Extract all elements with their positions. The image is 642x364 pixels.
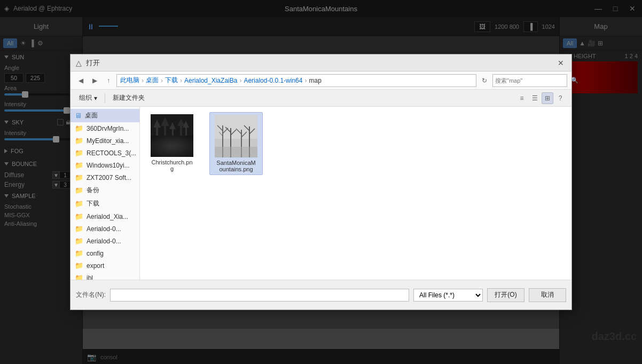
- sidebar-item-aerialod-xia[interactable]: 📁 Aerialod_Xia...: [71, 210, 139, 223]
- sidebar-aerialod-01-label: Aerialod-0...: [87, 225, 121, 233]
- view-detail-btn[interactable]: ☰: [529, 92, 541, 104]
- dialog-action-bar: 组织 ▾ 新建文件夹 ≡ ☰ ⊞ ?: [71, 90, 571, 107]
- view-list-btn[interactable]: ≡: [516, 92, 528, 104]
- nav-refresh-btn[interactable]: ↻: [479, 75, 490, 86]
- filename-label: 文件名(N):: [76, 290, 106, 299]
- folder-icon-download: 📁: [75, 200, 83, 208]
- sidebar-myeditor-label: MyEditor_xia...: [87, 137, 129, 145]
- view-help-btn[interactable]: ?: [554, 92, 566, 104]
- sidebar-zxt-label: ZXT2007 Soft...: [87, 174, 131, 181]
- sidebar-item-backup[interactable]: 📁 备份: [71, 184, 139, 197]
- sidebar-item-export[interactable]: 📁 export: [71, 259, 139, 272]
- sidebar-item-aerialod-01[interactable]: 📁 Aerialod-0...: [71, 223, 139, 235]
- folder-icon-360: 📁: [75, 124, 83, 132]
- sidebar-desktop-label: 桌面: [85, 111, 98, 120]
- folder-icon-aerialod-02: 📁: [75, 237, 83, 245]
- breadcrumb-map: map: [309, 77, 321, 84]
- dialog-nav-bar: ◀ ▶ ↑ 此电脑 › 桌面 › 下载 › Aerialod_XiaZaiBa …: [71, 72, 571, 90]
- santamonica-svg: [215, 115, 257, 157]
- sidebar-item-myeditor[interactable]: 📁 MyEditor_xia...: [71, 134, 139, 147]
- santamonica-thumbnail-image: [215, 115, 257, 157]
- folder-icon-ibl: 📁: [75, 274, 83, 280]
- sidebar-ibl-label: ibl: [87, 274, 93, 280]
- nav-up-btn[interactable]: ↑: [103, 75, 114, 86]
- dialog-title-icon: △: [76, 59, 82, 67]
- file-item-santamonica[interactable]: SantaMonicaMountains.png: [209, 112, 263, 175]
- sidebar-item-config[interactable]: 📁 config: [71, 247, 139, 259]
- svg-rect-7: [151, 136, 193, 157]
- christchurch-filename: Christchurch.png: [151, 159, 192, 172]
- breadcrumb-download[interactable]: 下载: [165, 76, 178, 85]
- sidebar-item-zxt[interactable]: 📁 ZXT2007 Soft...: [71, 171, 139, 184]
- christchurch-thumbnail-image: [151, 114, 193, 157]
- folder-icon-zxt: 📁: [75, 173, 83, 181]
- sidebar-item-aerialod-02[interactable]: 📁 Aerialod-0...: [71, 235, 139, 247]
- view-grid-btn[interactable]: ⊞: [542, 92, 553, 104]
- svg-rect-19: [215, 115, 257, 139]
- sidebar-download-label: 下载: [87, 199, 99, 208]
- folder-icon-aerialod-01: 📁: [75, 225, 83, 233]
- christchurch-svg: [151, 114, 193, 157]
- dialog-title-bar: △ 打开 ✕: [71, 54, 571, 72]
- sidebar-item-win10[interactable]: 📁 Windows10yi...: [71, 159, 139, 171]
- folder-icon-backup: 📁: [75, 186, 83, 194]
- dialog-overlay: △ 打开 ✕ ◀ ▶ ↑ 此电脑 › 桌面 › 下载 › Aerialod_Xi…: [0, 0, 642, 364]
- christchurch-thumb: [151, 114, 193, 157]
- action-separator: [105, 93, 105, 103]
- folder-icon-export: 📁: [75, 262, 83, 270]
- svg-rect-16: [185, 126, 187, 141]
- breadcrumb-desktop[interactable]: 桌面: [146, 76, 159, 85]
- sidebar-item-360[interactable]: 📁 360DrvMgrIn...: [71, 122, 139, 134]
- sidebar-config-label: config: [87, 250, 104, 257]
- search-box: 🔍: [492, 74, 567, 87]
- organize-btn[interactable]: 组织 ▾: [76, 92, 100, 104]
- nav-forward-btn[interactable]: ▶: [89, 75, 100, 86]
- sidebar-aerialod-02-label: Aerialod-0...: [87, 238, 121, 245]
- folder-icon-config: 📁: [75, 249, 83, 257]
- dialog-footer: 文件名(N): All Files (*.*) 打开(O) 取消: [71, 280, 571, 310]
- sidebar-backup-label: 备份: [87, 186, 99, 195]
- nav-back-btn[interactable]: ◀: [75, 75, 87, 86]
- dialog-close-btn[interactable]: ✕: [555, 58, 566, 68]
- folder-icon-win10: 📁: [75, 161, 83, 169]
- svg-rect-33: [215, 147, 257, 157]
- dialog-title-text: 打开: [86, 58, 551, 68]
- sidebar-export-label: export: [87, 262, 104, 270]
- organize-chevron-icon: ▾: [94, 94, 97, 102]
- sidebar-item-rectools[interactable]: 📁 RECTOOLS_3(...: [71, 147, 139, 159]
- sidebar-item-ibl[interactable]: 📁 ibl: [71, 272, 139, 280]
- dialog-sidebar: 🖥 桌面 📁 360DrvMgrIn... 📁 MyEditor_xia... …: [71, 107, 140, 280]
- sidebar-item-download[interactable]: 📁 下载: [71, 197, 139, 210]
- svg-rect-14: [180, 124, 182, 141]
- santamonica-filename: SantaMonicaMountains.png: [216, 160, 255, 172]
- search-icon[interactable]: 🔍: [571, 77, 578, 84]
- view-buttons: ≡ ☰ ⊞ ?: [516, 92, 566, 104]
- filename-input[interactable]: [110, 289, 409, 302]
- breadcrumb-aerialod-win64[interactable]: Aerialod-0.0.1-win64: [244, 77, 302, 84]
- folder-icon-myeditor: 📁: [75, 137, 83, 145]
- new-folder-btn[interactable]: 新建文件夹: [109, 92, 148, 104]
- cancel-btn[interactable]: 取消: [529, 288, 566, 302]
- breadcrumb-computer[interactable]: 此电脑: [120, 76, 139, 85]
- breadcrumb-bar: 此电脑 › 桌面 › 下载 › Aerialod_XiaZaiBa › Aeri…: [116, 74, 476, 87]
- open-btn[interactable]: 打开(O): [487, 288, 524, 302]
- organize-label: 组织: [79, 93, 92, 102]
- sidebar-rectools-label: RECTOOLS_3(...: [87, 149, 136, 157]
- sidebar-item-desktop[interactable]: 🖥 桌面: [71, 109, 139, 122]
- santamonica-thumb: [215, 115, 257, 157]
- desktop-icon: 🖥: [75, 112, 82, 120]
- sidebar-360-label: 360DrvMgrIn...: [87, 125, 129, 132]
- sidebar-win10-label: Windows10yi...: [87, 162, 130, 169]
- search-input[interactable]: [495, 77, 569, 84]
- dialog-content: Christchurch.png: [140, 107, 571, 280]
- file-filter-select[interactable]: All Files (*.*): [413, 289, 483, 302]
- file-dialog: △ 打开 ✕ ◀ ▶ ↑ 此电脑 › 桌面 › 下载 › Aerialod_Xi…: [70, 54, 572, 310]
- file-item-christchurch[interactable]: Christchurch.png: [145, 112, 199, 175]
- sidebar-aerialod-xia-label: Aerialod_Xia...: [87, 213, 128, 220]
- dialog-body: 🖥 桌面 📁 360DrvMgrIn... 📁 MyEditor_xia... …: [71, 107, 571, 280]
- folder-icon-rectools: 📁: [75, 149, 83, 157]
- folder-icon-aerialod-xia: 📁: [75, 212, 83, 220]
- svg-rect-12: [172, 128, 174, 141]
- breadcrumb-aerialod-xzb[interactable]: Aerialod_XiaZaiBa: [184, 77, 237, 84]
